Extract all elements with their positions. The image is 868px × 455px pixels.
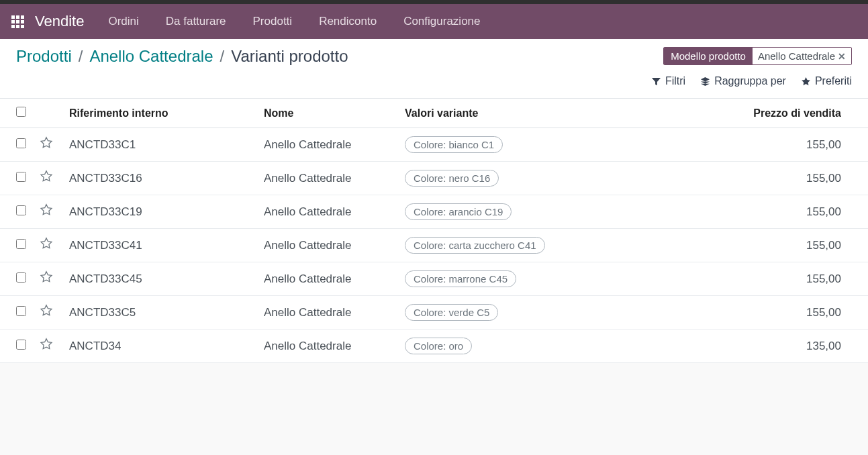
product-variant-table: Riferimento interno Nome Valori variante… — [0, 99, 868, 363]
cell-reference: ANCTD33C45 — [69, 272, 142, 285]
search-tools: Filtri Raggruppa per Preferiti — [651, 75, 852, 87]
cell-reference: ANCTD33C1 — [69, 138, 136, 151]
cell-reference: ANCTD33C16 — [69, 172, 142, 185]
cell-name: Anello Cattedrale — [264, 272, 351, 285]
search-facet[interactable]: Modello prodotto Anello Cattedrale ✕ — [663, 47, 852, 65]
search-facet-value-text: Anello Cattedrale — [758, 50, 835, 62]
favorite-toggle[interactable] — [40, 140, 53, 152]
table-row[interactable]: ANCTD33C19 Anello Cattedrale Colore: ara… — [0, 195, 868, 229]
star-outline-icon — [40, 338, 53, 351]
cell-name: Anello Cattedrale — [264, 306, 351, 319]
cell-reference: ANCTD33C19 — [69, 205, 142, 218]
favorites-button[interactable]: Preferiti — [801, 75, 852, 87]
cell-name: Anello Cattedrale — [264, 172, 351, 185]
table-row[interactable]: ANCTD34 Anello Cattedrale Colore: oro 13… — [0, 330, 868, 363]
row-checkbox[interactable] — [16, 306, 26, 316]
top-navbar: Vendite Ordini Da fatturare Prodotti Ren… — [0, 4, 868, 39]
favorite-toggle[interactable] — [40, 274, 53, 287]
table-row[interactable]: ANCTD33C41 Anello Cattedrale Colore: car… — [0, 229, 868, 262]
favorite-toggle[interactable] — [40, 240, 53, 253]
breadcrumb: Prodotti / Anello Cattedrale / Varianti … — [16, 47, 348, 66]
breadcrumb-current: Varianti prodotto — [231, 47, 348, 66]
header-price[interactable]: Prezzo di vendita — [734, 99, 868, 128]
groupby-button[interactable]: Raggruppa per — [700, 75, 786, 87]
cell-price: 155,00 — [806, 172, 841, 185]
cell-price: 155,00 — [806, 306, 841, 319]
header-reference[interactable]: Riferimento interno — [62, 99, 257, 128]
star-outline-icon — [40, 170, 53, 183]
cell-name: Anello Cattedrale — [264, 239, 351, 252]
star-icon — [801, 77, 811, 87]
variant-tag: Colore: nero C16 — [405, 170, 499, 187]
cell-price: 155,00 — [806, 272, 841, 285]
variant-tag: Colore: arancio C19 — [405, 203, 512, 220]
breadcrumb-separator: / — [79, 47, 83, 66]
row-checkbox[interactable] — [16, 239, 26, 249]
table-row[interactable]: ANCTD33C1 Anello Cattedrale Colore: bian… — [0, 128, 868, 162]
table-row[interactable]: ANCTD33C45 Anello Cattedrale Colore: mar… — [0, 262, 868, 296]
favorites-label: Preferiti — [815, 75, 852, 87]
nav-item-configurazione[interactable]: Configurazione — [399, 9, 484, 34]
header-name[interactable]: Nome — [257, 99, 398, 128]
variant-tag: Colore: oro — [405, 338, 472, 354]
table-header-row: Riferimento interno Nome Valori variante… — [0, 99, 868, 128]
cell-name: Anello Cattedrale — [264, 205, 351, 218]
row-checkbox[interactable] — [16, 172, 26, 182]
variant-tag: Colore: marrone C45 — [405, 270, 516, 287]
cell-reference: ANCTD33C5 — [69, 306, 136, 319]
star-outline-icon — [40, 203, 53, 217]
search-facet-label: Modello prodotto — [664, 48, 753, 64]
favorite-toggle[interactable] — [40, 341, 53, 354]
star-outline-icon — [40, 136, 53, 150]
layers-icon — [700, 77, 710, 87]
star-outline-icon — [40, 304, 53, 317]
variant-tag: Colore: carta zucchero C41 — [405, 237, 545, 254]
breadcrumb-link-anello[interactable]: Anello Cattedrale — [89, 47, 213, 66]
search-facet-remove-icon[interactable]: ✕ — [838, 51, 846, 62]
cell-reference: ANCTD33C41 — [69, 239, 142, 252]
filters-button[interactable]: Filtri — [651, 75, 685, 87]
star-outline-icon — [40, 237, 53, 250]
cell-reference: ANCTD34 — [69, 340, 121, 352]
app-title[interactable]: Vendite — [35, 13, 84, 30]
nav-item-ordini[interactable]: Ordini — [104, 9, 142, 34]
favorite-toggle[interactable] — [40, 307, 53, 320]
cell-name: Anello Cattedrale — [264, 340, 351, 352]
row-checkbox[interactable] — [16, 272, 26, 283]
cell-price: 135,00 — [806, 340, 841, 352]
breadcrumb-link-prodotti[interactable]: Prodotti — [16, 47, 72, 66]
apps-menu-button[interactable] — [7, 11, 28, 32]
search-facet-value: Anello Cattedrale ✕ — [753, 48, 851, 64]
nav-item-prodotti[interactable]: Prodotti — [249, 9, 297, 34]
nav-item-rendiconto[interactable]: Rendiconto — [315, 9, 381, 34]
favorite-toggle[interactable] — [40, 207, 53, 219]
row-checkbox[interactable] — [16, 340, 26, 350]
table-row[interactable]: ANCTD33C16 Anello Cattedrale Colore: ner… — [0, 162, 868, 195]
cell-price: 155,00 — [806, 239, 841, 252]
cell-price: 155,00 — [806, 138, 841, 151]
row-checkbox[interactable] — [16, 205, 26, 215]
nav-item-da-fatturare[interactable]: Da fatturare — [162, 9, 230, 34]
cell-name: Anello Cattedrale — [264, 138, 351, 151]
variant-tag: Colore: verde C5 — [405, 304, 498, 321]
groupby-label: Raggruppa per — [714, 75, 786, 87]
control-panel: Prodotti / Anello Cattedrale / Varianti … — [0, 39, 868, 99]
header-variant[interactable]: Valori variante — [398, 99, 734, 128]
apps-grid-icon — [11, 15, 24, 28]
variant-tag: Colore: bianco C1 — [405, 136, 503, 153]
select-all-checkbox[interactable] — [16, 107, 26, 117]
row-checkbox[interactable] — [16, 138, 26, 148]
nav-items: Ordini Da fatturare Prodotti Rendiconto … — [104, 9, 484, 34]
cell-price: 155,00 — [806, 205, 841, 218]
favorite-toggle[interactable] — [40, 173, 53, 186]
filters-label: Filtri — [665, 75, 685, 87]
star-outline-icon — [40, 270, 53, 284]
breadcrumb-separator: / — [220, 47, 225, 66]
funnel-icon — [651, 77, 661, 87]
table-row[interactable]: ANCTD33C5 Anello Cattedrale Colore: verd… — [0, 296, 868, 330]
